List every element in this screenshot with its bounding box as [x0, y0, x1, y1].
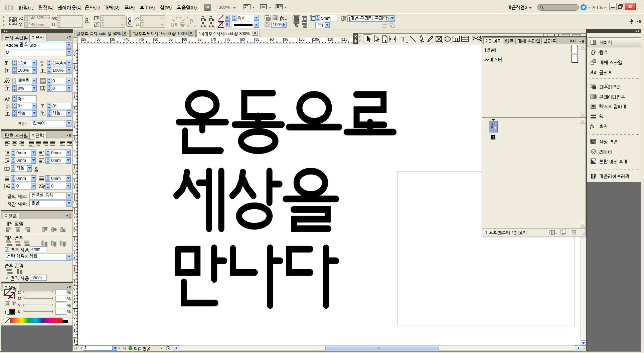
svg-text:5: 5 — [73, 124, 75, 128]
svg-text:0: 0 — [73, 315, 75, 319]
svg-text:T: T — [5, 60, 6, 64]
svg-text:Aa: Aa — [590, 69, 597, 75]
svg-text:V: V — [7, 79, 10, 84]
svg-text:95: 95 — [284, 37, 288, 41]
svg-text:Aa: Aa — [39, 185, 44, 189]
svg-text:55: 55 — [169, 37, 173, 41]
svg-text:fx: fx — [590, 124, 594, 129]
svg-text:A: A — [6, 185, 8, 189]
svg-text:5: 5 — [73, 301, 75, 305]
svg-text:65: 65 — [198, 37, 202, 41]
svg-text:A: A — [5, 97, 8, 102]
svg-text:5: 5 — [73, 153, 75, 157]
svg-text:A: A — [491, 122, 494, 126]
svg-text:5: 5 — [73, 243, 75, 247]
svg-text:80: 80 — [241, 37, 245, 41]
svg-text:5: 5 — [73, 272, 75, 276]
svg-text:70: 70 — [212, 37, 216, 41]
svg-text:85: 85 — [255, 37, 259, 41]
svg-text:0: 0 — [73, 258, 75, 262]
svg-text:T: T — [401, 35, 406, 43]
svg-text:iD: iD — [5, 3, 13, 12]
svg-text:A: A — [41, 63, 43, 66]
svg-text:T: T — [12, 300, 16, 306]
svg-text:0: 0 — [73, 81, 75, 85]
svg-text:5: 5 — [73, 96, 75, 100]
svg-text:0: 0 — [73, 52, 75, 56]
svg-text:75: 75 — [226, 37, 230, 41]
svg-text:50: 50 — [154, 37, 158, 41]
svg-text:T: T — [41, 111, 44, 116]
svg-text:T: T — [6, 111, 9, 116]
svg-text:25: 25 — [82, 37, 86, 41]
svg-text:35: 35 — [111, 37, 115, 41]
svg-text:T: T — [6, 104, 8, 109]
svg-text:40: 40 — [126, 37, 130, 41]
svg-text:P: P — [189, 18, 193, 25]
svg-text:0: 0 — [73, 171, 75, 175]
svg-text:115: 115 — [342, 37, 348, 41]
svg-text:5: 5 — [73, 186, 75, 190]
svg-text:T: T — [41, 103, 44, 109]
svg-text:fx: fx — [280, 15, 284, 21]
svg-text:0: 0 — [73, 110, 75, 114]
svg-text:T: T — [6, 68, 9, 73]
svg-text:110: 110 — [327, 37, 333, 41]
svg-text:AV: AV — [40, 79, 45, 83]
svg-text:5: 5 — [73, 214, 75, 218]
svg-text:0: 0 — [73, 200, 75, 204]
svg-text:T: T — [6, 86, 9, 91]
svg-text:90: 90 — [270, 37, 274, 41]
svg-text:0: 0 — [73, 139, 75, 143]
svg-text:0: 0 — [73, 286, 75, 290]
svg-text:105: 105 — [313, 37, 319, 41]
svg-text:100: 100 — [299, 37, 305, 41]
svg-text:a: a — [8, 96, 10, 100]
svg-text:5: 5 — [73, 330, 75, 334]
svg-text:60: 60 — [183, 37, 187, 41]
svg-text:0: 0 — [73, 229, 75, 233]
svg-text:5: 5 — [73, 67, 75, 71]
svg-text:45: 45 — [140, 37, 144, 41]
svg-text:30: 30 — [97, 37, 101, 41]
